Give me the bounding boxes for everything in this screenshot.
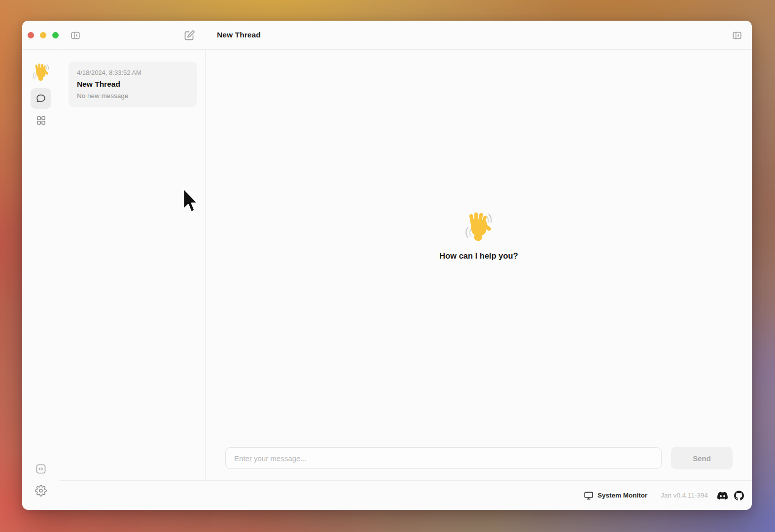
zoom-window-button[interactable]: [52, 32, 59, 38]
local-api-server-button[interactable]: [33, 461, 49, 477]
local-api-code-icon: [35, 463, 47, 475]
welcome-block: How can I help you?: [206, 37, 752, 434]
discord-link[interactable]: [717, 492, 728, 499]
compose-pencil-icon: [183, 30, 195, 41]
chat-bubble-icon: [35, 93, 47, 104]
app-window: New Thread: [22, 21, 752, 510]
minimize-window-button[interactable]: [40, 32, 46, 38]
toggle-left-panel-button[interactable]: [70, 30, 81, 41]
traffic-lights: [28, 21, 59, 50]
waving-hand-icon: [462, 211, 495, 243]
chat-main-panel: How can I help you? Send: [206, 50, 752, 480]
discord-icon: [717, 492, 728, 499]
new-thread-button[interactable]: [183, 29, 196, 42]
app-version-label: Jan v0.4.11-394: [661, 492, 708, 499]
thread-subtitle: No new message: [77, 92, 188, 100]
github-icon: [734, 491, 744, 500]
nav-threads-button[interactable]: [31, 88, 51, 109]
settings-button[interactable]: [33, 482, 49, 499]
system-monitor-toggle[interactable]: System Monitor: [584, 491, 647, 500]
thread-list-item[interactable]: 4/18/2024, 8:33:52 AM New Thread No new …: [69, 62, 197, 107]
github-link[interactable]: [734, 491, 744, 500]
system-monitor-label: System Monitor: [598, 492, 647, 499]
app-logo-wave-icon: [31, 63, 51, 82]
composer-bar: Send: [206, 447, 752, 480]
welcome-heading: How can I help you?: [439, 251, 518, 261]
settings-gear-icon: [35, 485, 47, 497]
message-input[interactable]: [225, 447, 662, 469]
thread-title: New Thread: [77, 80, 188, 89]
thread-list-panel: 4/18/2024, 8:33:52 AM New Thread No new …: [60, 50, 206, 480]
close-window-button[interactable]: [28, 32, 34, 38]
monitor-icon: [584, 491, 594, 500]
nav-ribbon: [22, 50, 60, 510]
status-bar: System Monitor Jan v0.4.11-394: [60, 480, 752, 510]
apps-grid-icon: [35, 115, 47, 126]
send-button[interactable]: Send: [671, 447, 733, 469]
thread-timestamp: 4/18/2024, 8:33:52 AM: [77, 69, 188, 76]
nav-hub-button[interactable]: [32, 111, 50, 130]
